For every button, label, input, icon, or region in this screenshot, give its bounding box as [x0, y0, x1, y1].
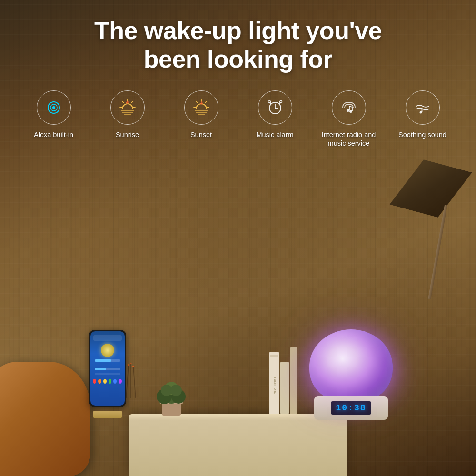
alarm-icon	[265, 98, 285, 118]
pillow-shape	[0, 362, 90, 476]
phone-stand	[93, 411, 122, 418]
phone-body	[89, 330, 126, 407]
radio-icon-circle	[332, 90, 366, 125]
light-globe	[309, 329, 393, 403]
feature-sunset: Sunset	[164, 90, 238, 139]
feature-music-alarm: Music alarm	[238, 90, 312, 139]
features-row: Alexa built-in	[0, 83, 476, 153]
plant-svg	[148, 370, 195, 418]
svg-rect-53	[280, 362, 289, 414]
svg-point-27	[268, 100, 270, 103]
feature-alexa: Alexa built-in	[17, 90, 90, 139]
svg-rect-52	[270, 355, 278, 357]
wakeup-light-device: 10:38	[309, 329, 393, 420]
phone-slider-fill-2	[95, 368, 106, 370]
alexa-label: Alexa built-in	[34, 130, 73, 139]
svg-rect-54	[290, 347, 298, 414]
phone	[85, 330, 130, 418]
svg-point-3	[52, 106, 55, 109]
phone-slider-1	[95, 359, 120, 362]
clock-display: 10:38	[331, 401, 371, 415]
color-dot-purple	[119, 379, 122, 384]
plant	[148, 370, 195, 420]
header: The wake-up light you've been looking fo…	[0, 0, 476, 83]
color-dot-red	[93, 379, 96, 384]
svg-line-39	[133, 367, 136, 398]
svg-point-28	[279, 100, 282, 103]
svg-line-6	[122, 101, 124, 103]
radio-icon	[339, 98, 359, 118]
alexa-icon	[44, 98, 64, 118]
color-dot-orange	[98, 379, 101, 384]
lamp-arm	[428, 205, 447, 299]
phone-top-bar	[93, 335, 122, 341]
sunset-label: Sunset	[190, 130, 212, 139]
svg-line-14	[205, 101, 207, 103]
sunset-icon	[191, 98, 211, 118]
music-alarm-label: Music alarm	[256, 130, 293, 139]
color-dot-blue	[113, 379, 117, 384]
sunrise-icon-circle	[110, 90, 145, 125]
sunrise-label: Sunrise	[116, 130, 139, 139]
sunset-icon-circle	[184, 90, 218, 125]
phone-slider-fill-1	[95, 359, 111, 362]
phone-slider-2	[95, 368, 120, 370]
feature-internet-radio: Internet radio and music service	[312, 90, 386, 149]
light-base: 10:38	[314, 396, 388, 420]
page-title: The wake-up light you've been looking fo…	[19, 17, 457, 74]
feature-sunrise: Sunrise	[90, 90, 164, 139]
phone-screen-content	[90, 331, 125, 387]
lamp-shade	[389, 154, 472, 223]
svg-point-41	[130, 363, 132, 364]
phone-screen	[90, 331, 125, 406]
soothing-icon	[413, 98, 433, 118]
floor-lamp	[381, 153, 476, 319]
svg-line-15	[196, 101, 198, 103]
svg-text:FURNITURE: FURNITURE	[274, 377, 277, 394]
svg-line-31	[349, 106, 352, 107]
color-dot-green	[109, 379, 112, 384]
svg-line-5	[131, 101, 133, 103]
svg-point-42	[132, 366, 134, 367]
phone-color-picker	[93, 379, 122, 384]
alarm-icon-circle	[258, 90, 292, 125]
phone-lamp-icon	[101, 344, 114, 357]
soothing-icon-circle	[406, 90, 440, 125]
sunrise-icon	[118, 98, 138, 118]
color-dot-yellow	[103, 379, 107, 384]
main-content: The wake-up light you've been looking fo…	[0, 0, 476, 476]
svg-point-29	[347, 109, 349, 112]
svg-point-50	[170, 385, 182, 396]
svg-point-32	[349, 110, 352, 113]
books: FURNITURE	[269, 343, 307, 419]
nightstand	[129, 414, 347, 476]
books-svg: FURNITURE	[269, 343, 307, 419]
internet-radio-label: Internet radio and music service	[312, 130, 386, 149]
soothing-label: Soothing sound	[398, 130, 446, 139]
alexa-icon-circle	[37, 90, 71, 125]
feature-soothing: Soothing sound	[386, 90, 459, 139]
scene: FURNITURE	[0, 153, 476, 476]
